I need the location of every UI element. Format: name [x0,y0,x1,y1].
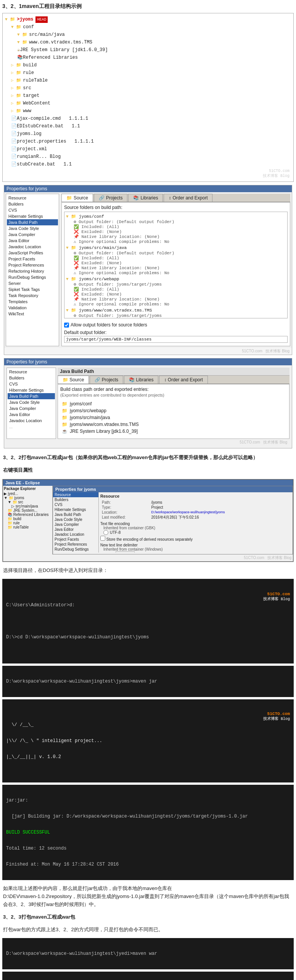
resource-location-row: Location: D:/workspace/workspace-wulihua… [100,510,291,515]
tree-item-ref-libs: 📚 Referenced Libraries [5,54,291,61]
sf-webapp: ▼ 📁 jyoms/src/webapp [66,276,286,282]
cmd-maven-output: \/ /__\_ |\\/ /\_ \ " intelligent projec… [2,699,294,782]
newline-section: New text line delimiter Inherited from c… [100,543,291,553]
bp-src-main: 📁 jyoms/src/main/java [62,414,285,421]
maven-repo-info: 如果出现上述图中的内容，那么就是打jar包成功，由于我本地的maven仓库在 D… [0,882,296,911]
tree-item-ruletable: ▷ 📁 ruleTable [5,77,291,84]
nav2-hibernate[interactable]: Hibernate Settings [8,387,55,393]
nav-resource[interactable]: Resource [7,195,58,201]
nav-run-debug-2[interactable]: Run/Debug Settings [53,547,98,552]
nav-task-repo[interactable]: Task Repository [7,292,58,299]
bp-webapp: 📁 jyoms/src/webapp [62,407,285,414]
tree-root: ▼ 📁 >jyoms HEAD [5,16,291,23]
sf-www-props: ⚙ Output folder: jyoms/target/jyoms ✅ In… [66,313,286,318]
nav2-resource[interactable]: Resource [8,369,55,375]
nav-hibernate-2[interactable]: Hibernate Settings [53,507,98,512]
nav2-cvs[interactable]: CVS [8,381,55,387]
nav-templates[interactable]: Templates [7,299,58,305]
nav-server[interactable]: Server [7,280,58,286]
tab-source[interactable]: 📁Source [61,194,93,202]
maven-info-para-2: D:\DEV\maven-1.0.2\repository，所以我把新生成的jy… [3,893,293,909]
nav-validation[interactable]: Validation [7,305,58,311]
nav2-java-code[interactable]: Java Code Style [8,399,55,405]
nav-sipket[interactable]: Sipket Task Tags [7,286,58,292]
nav-java-build-path[interactable]: Java Build Path [7,219,58,225]
nav-java-compiler-2[interactable]: Java Compiler [53,522,98,527]
other-value: Windows [116,551,135,553]
nav-cvs[interactable]: CVS [7,207,58,213]
nav-project-refs[interactable]: Project References [7,262,58,268]
nav-java-compiler[interactable]: Java Compiler [7,231,58,238]
nav-project-facets-2[interactable]: Project Facets [53,537,98,542]
nav-project-refs-2[interactable]: Project References [53,542,98,547]
eclipse-titlebar: Java EE - Eclipse [3,480,293,486]
allow-output-label: Allow output folders for source folders [71,322,147,328]
newline-label: New text line delimiter [100,543,291,547]
tab-projects[interactable]: 🔗Projects [94,194,127,202]
nav-builders-2[interactable]: Builders [53,497,98,502]
build-line-2: [jar] Building jar: D:/workspace/workspa… [6,814,290,819]
tree-item-webcontent: ▷ 📁 WebContent [5,100,291,107]
nav-js-profiles[interactable]: JavaScript Profiles [7,250,58,256]
nav-project-facets[interactable]: Project Facets [7,256,58,262]
nav-java-code-2[interactable]: Java Code Style [53,517,98,522]
encoding-radio[interactable] [103,530,108,535]
location-value: D:/workspace/workspace-wulihuanjingtest/… [151,510,291,515]
tab-order-export[interactable]: ↕Order and Export [164,194,212,202]
tree-item-proj-xml: 📄 project.xml [5,145,291,153]
cmd-instructions-title: 选择项目路径，在DOS环境中进入到对应目录： [0,564,296,577]
war-cmd-line: D:\workspace\workspace-wulihuanjingtest\… [6,951,290,956]
allow-output-checkbox[interactable] [64,323,69,328]
nav-hibernate[interactable]: Hibernate Settings [7,213,58,219]
nav2-javadoc[interactable]: Javadoc Location [8,418,55,424]
resource-dialog-title: Properties for jyoms [53,486,293,492]
bp-tab-libraries[interactable]: 📚 Libraries [124,376,158,384]
dialog-buildpath-screenshot: Properties for jyoms Resource Builders C… [4,358,292,448]
tab-libraries[interactable]: 📚Libraries [128,194,163,202]
nav-java-editor[interactable]: Java Editor [7,238,58,244]
nav-builders[interactable]: Builders [7,201,58,207]
tree-item-stubcreate: 📄 stubCreate.bat 1.1 [5,161,291,168]
nav-run-debug[interactable]: Run/Debug Settings [7,274,58,280]
bp-tab-order[interactable]: ↕ Order and Export [159,376,208,384]
build-finished: Finished at: Mon May 16 17:28:42 CST 201… [6,862,290,867]
bp-tab-projects[interactable]: 🔗 Projects [90,376,123,384]
source-content: Source folders on build path: ▼ 📁 jyoms/… [61,202,290,346]
section-properties: 右键项目属性 Java EE - Eclipse Package Explore… [0,464,296,562]
bp-tab-source[interactable]: 📁 Source [58,376,89,384]
section-1: 3、2、1maven工程目录结构示例 ▼ 📁 >jyoms HEAD ▼ 📁 c… [0,0,296,182]
build-line-1: jar:jar: [6,798,290,803]
cmd-block-1: C:\Users\Administrator>d: D:\>cd D:\work… [2,579,294,664]
bp-jre: ☕ JRE System Library [jdk1.6.0_39] [62,428,285,435]
nav-java-build-2[interactable]: Java Build Path [53,512,98,517]
nav-resource-selected[interactable]: Resource [53,492,98,497]
bp-list: 📁 jyoms/conf 📁 jyoms/src/webapp 📁 jyoms/… [60,399,287,436]
resource-table: Path: /jyoms Type: Project Location: [100,500,291,520]
nav2-java-editor[interactable]: Java Editor [8,411,55,418]
eclipse-properties-screenshot: Java EE - Eclipse Package Explorer ▶ jye… [2,479,294,562]
encoding-section: Text file encoding Inherited from contai… [100,522,291,535]
nav-cvs-2[interactable]: CVS [53,502,98,507]
nav-javadoc-2[interactable]: Javadoc Location [53,532,98,537]
nav2-java-build[interactable]: Java Build Path [8,393,55,399]
nav-javadoc[interactable]: Javadoc Location [7,244,58,250]
nav-server-2[interactable]: Server [53,552,98,553]
nav-java-code[interactable]: Java Code Style [7,225,58,231]
store-section: Store the encoding of derived resources … [100,536,291,541]
nav-wikitext[interactable]: WikiText [7,311,58,317]
left-nav-panel: Resource Builders CVS Hibernate Settings… [6,194,59,346]
nav2-builders[interactable]: Builders [8,375,55,381]
tree-item-log: 📄 jyoms.log [5,130,291,138]
nav-refactoring[interactable]: Refactoring History [7,268,58,274]
nav-java-editor-2[interactable]: Java Editor [53,527,98,532]
encoding-value: UTF-8 [110,530,121,535]
nav2-java-compiler[interactable]: Java Compiler [8,405,55,411]
source-description: Source folders on build path: [64,205,288,210]
other-label: Other: [103,552,114,553]
modified-label: Last modified: [100,515,151,520]
maven-logo-2: |\\/ /\_ \ " intelligent project... [6,738,102,744]
dialog-source-screenshot: Properties for jyoms Resource Builders C… [4,185,292,355]
maven-logo-3: |_\_/__||_| v. 1.0.2 [6,754,102,760]
build-success: BUILD SUCCESSFUL [6,830,290,835]
store-checkbox[interactable] [100,536,105,541]
